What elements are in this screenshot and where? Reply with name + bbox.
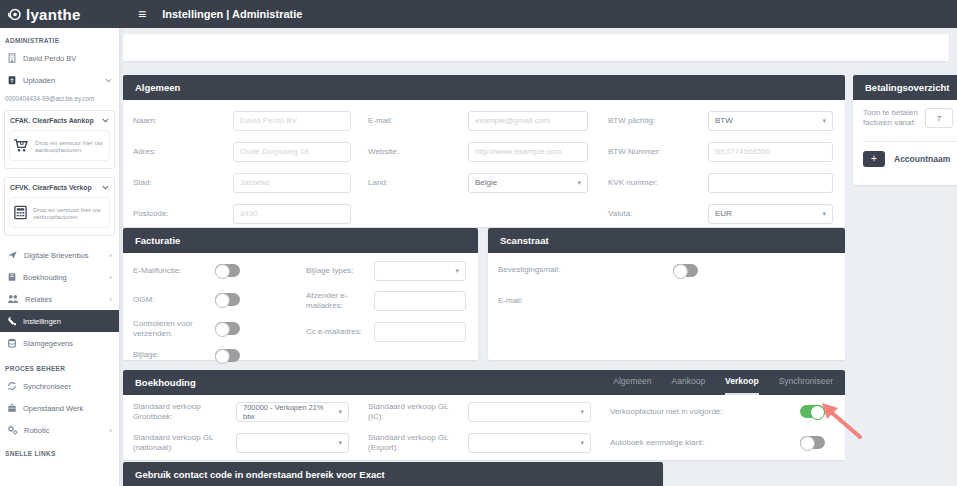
sync-icon [7,381,17,391]
sidebar-item-company[interactable]: David Perdu BV [0,47,119,69]
sidebar-item-label: Boekhouding [23,273,67,282]
land-label: Land: [368,178,468,188]
toolbar-strip [123,34,949,61]
section-snelle-links: SNELLE LINKS [0,445,119,460]
valuta-label: Valuta: [608,209,708,219]
chevron-down-icon [102,185,109,190]
add-account-button[interactable]: + [863,151,885,167]
cfak-title: CFAK. ClearFacts Aankop [10,117,94,124]
app-logo[interactable]: lyanthe [0,6,120,23]
emailfunctie-toggle[interactable] [215,264,240,277]
shopping-cart-icon [13,138,30,153]
controleren-toggle[interactable] [215,322,240,335]
stad-input[interactable] [233,173,351,193]
gears-icon [7,425,18,435]
grootboek-select-value: 700000 - Verkopen 21% btw [243,403,334,421]
scanstraat-panel-title: Scanstraat [500,228,549,253]
cc-input[interactable] [374,322,466,342]
btw-plichtig-select[interactable]: BTW▾ [708,111,833,131]
cfak-dropzone[interactable]: Drop en verstuur hier uw aankoopfacturen [9,130,110,161]
boekhouding-panel: Boekhouding Algemeen Aankoop Verkoop Syn… [123,370,845,460]
sidebar-item-instellingen[interactable]: Instellingen [0,310,119,332]
database-icon [7,338,17,348]
section-proces-beheer: PROCES BEHEER [0,360,119,375]
betalingsoverzicht-panel: Betalingsoverzicht Toon te betalen factu… [853,75,957,185]
cfak-card-header[interactable]: CFAK. ClearFacts Aankop [5,111,114,128]
bijlage-label: Bijlage: [133,350,215,360]
chevron-down-icon: ▾ [338,408,342,416]
tab-synchroniseer[interactable]: Synchroniseer [779,370,833,395]
postcode-input[interactable] [233,204,351,224]
chevron-down-icon: ▾ [580,439,584,447]
chevron-down-icon: ▾ [338,439,342,447]
tab-algemeen[interactable]: Algemeen [613,370,651,395]
website-label: Website: [368,147,468,157]
gl-ic-select[interactable]: ▾ [468,402,591,422]
sidebar-item-robotic[interactable]: Robotic › [0,419,119,441]
kvk-nummer-input[interactable] [708,173,833,193]
land-select[interactable]: Belgie▾ [468,173,588,193]
tab-verkoop[interactable]: Verkoop [725,370,759,395]
chevron-down-icon: ▾ [822,210,826,218]
sidebar-item-openstaand-werk[interactable]: Openstaand Werk [0,397,119,419]
exact-panel-title: Gebruik contact code in onderstaand bere… [135,462,385,486]
chevron-down-icon: ▾ [822,117,826,125]
ogm-toggle[interactable] [215,293,240,306]
sidebar: ADMINISTRATIE David Perdu BV Uploaden 00… [0,28,120,486]
main-content: Algemeen Naam: Adres: Stad: Postcode: E-… [120,28,957,486]
page-title: Instellingen | Administratie [162,8,302,20]
facturatie-panel: Facturatie E-Mailfunctie: OGM: Controler… [123,228,478,360]
betalingsoverzicht-panel-header: Betalingsoverzicht [853,75,957,100]
cfvk-card: CFVK. ClearFacts Verkop Drop en verstuur… [4,177,115,236]
paper-plane-icon [7,250,18,260]
sidebar-item-stamgegevens[interactable]: Stamgegevens [0,332,119,354]
verkoopfactuur-label: Verkoopfactuur niet in volgorde: [610,407,800,417]
website-input[interactable] [468,142,588,162]
calculator-icon [13,205,28,220]
sidebar-item-label: Synchroniseer [23,382,71,391]
chevron-right-icon: › [109,295,112,304]
cfvk-dropzone[interactable]: Drop en verstuur hier uw verkoopfacturen [9,197,110,228]
sidebar-item-label: Uploaden [23,76,55,85]
cfak-card: CFAK. ClearFacts Aankop Drop en verstuur… [4,110,115,169]
bijlage-types-select[interactable]: ▾ [374,261,466,281]
hamburger-menu-icon[interactable]: ≡ [138,6,146,22]
email-input[interactable] [468,111,588,131]
sidebar-item-label: Robotic [24,426,49,435]
gl-export-select[interactable]: ▾ [468,433,591,453]
gl-nationaal-label: Standaard verkoop GL (nationaal): [133,433,236,453]
btw-nummer-input[interactable] [708,142,833,162]
tab-aankoop[interactable]: Aankoop [672,370,706,395]
sidebar-item-digitale-brievenbus[interactable]: Digitale Brievenbus › [0,244,119,266]
cfak-drop-text: Drop en verstuur hier uw aankoopfacturen [35,139,106,153]
bevestigingsmail-toggle[interactable] [673,264,698,277]
gl-export-label: Standaard verkoop GL (Export): [368,433,468,453]
sidebar-item-relaties[interactable]: Relaties › [0,288,119,310]
cfvk-card-header[interactable]: CFVK. ClearFacts Verkop [5,178,114,195]
btw-plichtig-label: BTW plichtig: [608,116,708,126]
valuta-select[interactable]: EUR▾ [708,204,833,224]
bevestigingsmail-label: Bevestigingsmail: [498,265,673,275]
annotation-arrow [818,400,864,442]
grootboek-select[interactable]: 700000 - Verkopen 21% btw▾ [236,402,349,422]
scanstraat-email-label: E-mail: [498,296,523,306]
accountnaam-column-header: Accountnaam [894,154,950,164]
sidebar-item-uploaden[interactable]: Uploaden [0,69,119,91]
sidebar-item-synchroniseer[interactable]: Synchroniseer [0,375,119,397]
sidebar-item-label: Digitale Brievenbus [24,251,89,260]
stad-label: Stad: [133,178,233,188]
chevron-right-icon: › [109,251,112,260]
sidebar-item-boekhouding[interactable]: Boekhouding › [0,266,119,288]
logo-text: lyanthe [26,6,81,23]
gl-nationaal-select[interactable]: ▾ [236,433,349,453]
toon-te-betalen-input[interactable] [925,108,953,128]
afzender-input[interactable] [374,291,466,311]
algemeen-panel-header: Algemeen [123,75,845,100]
bijlage-toggle[interactable] [215,349,240,362]
postcode-label: Postcode: [133,209,233,219]
scanstraat-panel-header: Scanstraat [488,228,845,253]
adres-input[interactable] [233,142,351,162]
cc-label: Cc e-mailadres: [306,327,374,337]
chevron-right-icon: › [109,426,112,435]
naam-input[interactable] [233,111,351,131]
